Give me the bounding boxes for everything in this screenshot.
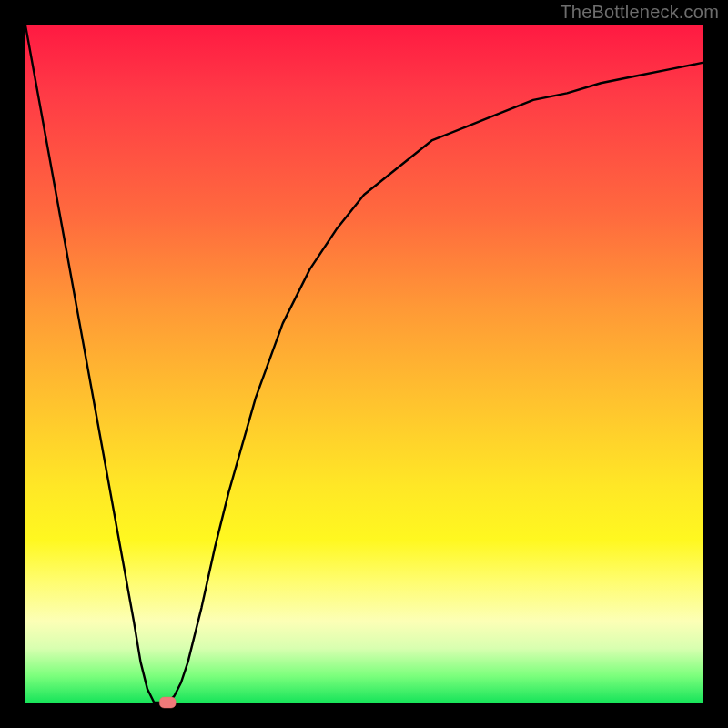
watermark-text: TheBottleneck.com xyxy=(560,2,719,23)
curve-svg xyxy=(25,25,703,703)
bottleneck-curve xyxy=(25,25,703,703)
plot-area xyxy=(25,25,703,703)
highlight-marker xyxy=(159,697,176,708)
chart-frame: TheBottleneck.com xyxy=(0,0,728,728)
